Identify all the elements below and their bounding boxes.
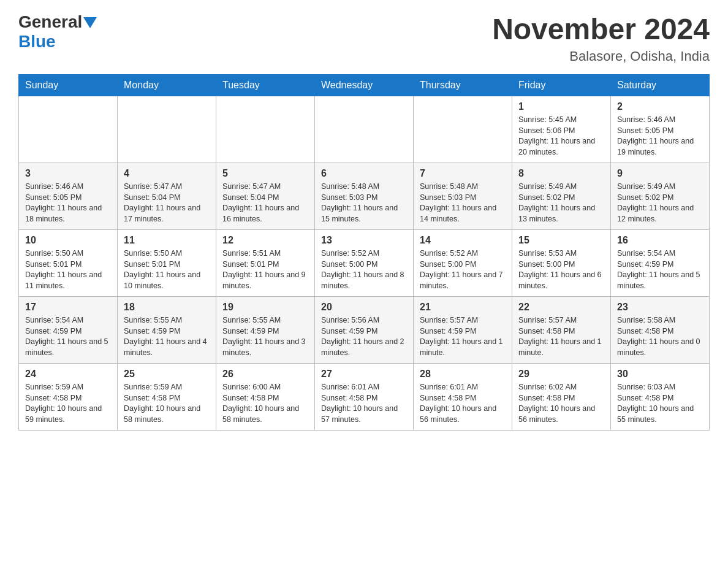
day-info: Sunrise: 5:54 AM Sunset: 4:59 PM Dayligh… <box>617 248 703 291</box>
day-of-week-header: Thursday <box>414 75 512 96</box>
day-info: Sunrise: 5:46 AM Sunset: 5:05 PM Dayligh… <box>617 115 703 158</box>
title-section: November 2024 Balasore, Odisha, India <box>492 12 710 64</box>
day-of-week-header: Saturday <box>611 75 710 96</box>
day-number: 3 <box>25 168 111 179</box>
day-info: Sunrise: 5:59 AM Sunset: 4:58 PM Dayligh… <box>25 382 111 425</box>
day-number: 26 <box>222 369 308 380</box>
day-number: 6 <box>321 168 407 179</box>
calendar-day-cell: 1Sunrise: 5:45 AM Sunset: 5:06 PM Daylig… <box>512 96 611 163</box>
day-number: 24 <box>25 369 111 380</box>
logo-general-text: General <box>18 12 82 32</box>
day-info: Sunrise: 5:48 AM Sunset: 5:03 PM Dayligh… <box>420 182 506 224</box>
day-number: 15 <box>518 235 604 246</box>
day-info: Sunrise: 5:55 AM Sunset: 4:59 PM Dayligh… <box>222 315 308 358</box>
day-info: Sunrise: 5:52 AM Sunset: 5:00 PM Dayligh… <box>420 248 506 291</box>
day-number: 14 <box>420 235 506 246</box>
calendar-day-cell <box>216 96 315 163</box>
day-info: Sunrise: 5:50 AM Sunset: 5:01 PM Dayligh… <box>25 248 111 291</box>
day-info: Sunrise: 5:54 AM Sunset: 4:59 PM Dayligh… <box>25 315 111 358</box>
calendar-day-cell: 28Sunrise: 6:01 AM Sunset: 4:58 PM Dayli… <box>414 364 512 431</box>
day-number: 17 <box>25 302 111 313</box>
day-info: Sunrise: 6:02 AM Sunset: 4:58 PM Dayligh… <box>518 382 604 425</box>
day-info: Sunrise: 5:47 AM Sunset: 5:04 PM Dayligh… <box>222 182 308 224</box>
calendar-day-cell: 19Sunrise: 5:55 AM Sunset: 4:59 PM Dayli… <box>216 297 315 364</box>
calendar-day-cell: 10Sunrise: 5:50 AM Sunset: 5:01 PM Dayli… <box>19 230 118 297</box>
location-title: Balasore, Odisha, India <box>492 48 710 64</box>
calendar-day-cell: 11Sunrise: 5:50 AM Sunset: 5:01 PM Dayli… <box>118 230 216 297</box>
svg-marker-0 <box>83 17 97 28</box>
month-title: November 2024 <box>492 12 710 46</box>
day-number: 8 <box>518 168 604 179</box>
day-number: 11 <box>124 235 210 246</box>
day-info: Sunrise: 5:52 AM Sunset: 5:00 PM Dayligh… <box>321 248 407 291</box>
day-info: Sunrise: 5:57 AM Sunset: 4:58 PM Dayligh… <box>518 315 604 358</box>
day-info: Sunrise: 6:00 AM Sunset: 4:58 PM Dayligh… <box>222 382 308 425</box>
page-header: General Blue November 2024 Balasore, Odi… <box>18 12 710 64</box>
day-number: 28 <box>420 369 506 380</box>
calendar-table: SundayMondayTuesdayWednesdayThursdayFrid… <box>18 74 710 431</box>
calendar-header-row: SundayMondayTuesdayWednesdayThursdayFrid… <box>19 75 710 96</box>
calendar-week-row: 3Sunrise: 5:46 AM Sunset: 5:05 PM Daylig… <box>19 163 710 230</box>
calendar-day-cell: 6Sunrise: 5:48 AM Sunset: 5:03 PM Daylig… <box>315 163 414 230</box>
calendar-day-cell <box>315 96 414 163</box>
day-info: Sunrise: 5:58 AM Sunset: 4:58 PM Dayligh… <box>617 315 703 358</box>
day-number: 22 <box>518 302 604 313</box>
day-of-week-header: Monday <box>118 75 216 96</box>
calendar-day-cell: 26Sunrise: 6:00 AM Sunset: 4:58 PM Dayli… <box>216 364 315 431</box>
calendar-day-cell: 27Sunrise: 6:01 AM Sunset: 4:58 PM Dayli… <box>315 364 414 431</box>
day-number: 25 <box>124 369 210 380</box>
calendar-day-cell: 5Sunrise: 5:47 AM Sunset: 5:04 PM Daylig… <box>216 163 315 230</box>
calendar-day-cell: 2Sunrise: 5:46 AM Sunset: 5:05 PM Daylig… <box>611 96 710 163</box>
day-info: Sunrise: 5:53 AM Sunset: 5:00 PM Dayligh… <box>518 248 604 291</box>
day-info: Sunrise: 5:56 AM Sunset: 4:59 PM Dayligh… <box>321 315 407 358</box>
calendar-day-cell <box>414 96 512 163</box>
calendar-week-row: 1Sunrise: 5:45 AM Sunset: 5:06 PM Daylig… <box>19 96 710 163</box>
logo-blue-text: Blue <box>18 32 56 51</box>
calendar-day-cell: 25Sunrise: 5:59 AM Sunset: 4:58 PM Dayli… <box>118 364 216 431</box>
day-number: 18 <box>124 302 210 313</box>
calendar-day-cell: 3Sunrise: 5:46 AM Sunset: 5:05 PM Daylig… <box>19 163 118 230</box>
calendar-day-cell: 14Sunrise: 5:52 AM Sunset: 5:00 PM Dayli… <box>414 230 512 297</box>
day-info: Sunrise: 5:50 AM Sunset: 5:01 PM Dayligh… <box>124 248 210 291</box>
day-info: Sunrise: 6:01 AM Sunset: 4:58 PM Dayligh… <box>321 382 407 425</box>
day-number: 23 <box>617 302 703 313</box>
day-info: Sunrise: 5:49 AM Sunset: 5:02 PM Dayligh… <box>617 182 703 224</box>
calendar-day-cell: 7Sunrise: 5:48 AM Sunset: 5:03 PM Daylig… <box>414 163 512 230</box>
calendar-week-row: 17Sunrise: 5:54 AM Sunset: 4:59 PM Dayli… <box>19 297 710 364</box>
calendar-day-cell: 23Sunrise: 5:58 AM Sunset: 4:58 PM Dayli… <box>611 297 710 364</box>
day-number: 7 <box>420 168 506 179</box>
day-info: Sunrise: 5:46 AM Sunset: 5:05 PM Dayligh… <box>25 182 111 224</box>
day-info: Sunrise: 5:47 AM Sunset: 5:04 PM Dayligh… <box>124 182 210 224</box>
day-info: Sunrise: 5:51 AM Sunset: 5:01 PM Dayligh… <box>222 248 308 291</box>
day-number: 20 <box>321 302 407 313</box>
day-of-week-header: Sunday <box>19 75 118 96</box>
calendar-day-cell: 9Sunrise: 5:49 AM Sunset: 5:02 PM Daylig… <box>611 163 710 230</box>
calendar-week-row: 24Sunrise: 5:59 AM Sunset: 4:58 PM Dayli… <box>19 364 710 431</box>
calendar-day-cell: 29Sunrise: 6:02 AM Sunset: 4:58 PM Dayli… <box>512 364 611 431</box>
calendar-day-cell: 18Sunrise: 5:55 AM Sunset: 4:59 PM Dayli… <box>118 297 216 364</box>
calendar-day-cell: 30Sunrise: 6:03 AM Sunset: 4:58 PM Dayli… <box>611 364 710 431</box>
logo: General Blue <box>18 12 97 52</box>
calendar-day-cell: 24Sunrise: 5:59 AM Sunset: 4:58 PM Dayli… <box>19 364 118 431</box>
day-info: Sunrise: 5:55 AM Sunset: 4:59 PM Dayligh… <box>124 315 210 358</box>
calendar-day-cell: 15Sunrise: 5:53 AM Sunset: 5:00 PM Dayli… <box>512 230 611 297</box>
day-number: 13 <box>321 235 407 246</box>
day-info: Sunrise: 6:01 AM Sunset: 4:58 PM Dayligh… <box>420 382 506 425</box>
day-number: 30 <box>617 369 703 380</box>
day-info: Sunrise: 5:59 AM Sunset: 4:58 PM Dayligh… <box>124 382 210 425</box>
day-number: 4 <box>124 168 210 179</box>
day-number: 10 <box>25 235 111 246</box>
day-info: Sunrise: 5:49 AM Sunset: 5:02 PM Dayligh… <box>518 182 604 224</box>
day-number: 2 <box>617 101 703 112</box>
calendar-day-cell <box>19 96 118 163</box>
day-number: 21 <box>420 302 506 313</box>
calendar-day-cell: 20Sunrise: 5:56 AM Sunset: 4:59 PM Dayli… <box>315 297 414 364</box>
calendar-day-cell: 16Sunrise: 5:54 AM Sunset: 4:59 PM Dayli… <box>611 230 710 297</box>
day-number: 19 <box>222 302 308 313</box>
calendar-day-cell <box>118 96 216 163</box>
day-info: Sunrise: 5:48 AM Sunset: 5:03 PM Dayligh… <box>321 182 407 224</box>
day-number: 27 <box>321 369 407 380</box>
calendar-day-cell: 8Sunrise: 5:49 AM Sunset: 5:02 PM Daylig… <box>512 163 611 230</box>
calendar-day-cell: 12Sunrise: 5:51 AM Sunset: 5:01 PM Dayli… <box>216 230 315 297</box>
day-number: 12 <box>222 235 308 246</box>
